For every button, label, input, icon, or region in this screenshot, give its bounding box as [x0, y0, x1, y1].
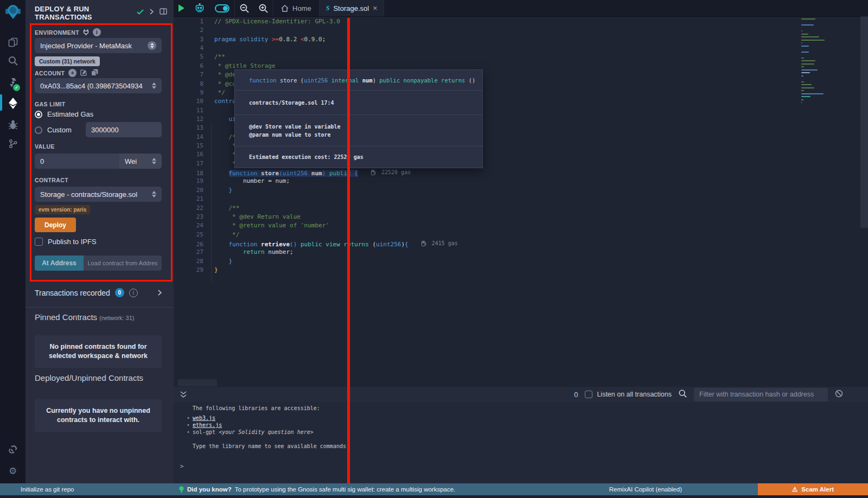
status-bar: Initialize as git repo Did you know? To …	[0, 483, 868, 495]
deploy-and-run-icon[interactable]	[0, 94, 25, 112]
close-tab-icon[interactable]: ×	[373, 4, 377, 12]
at-address-row: At Address Load contract from Addres	[35, 256, 162, 271]
listen-all-transactions[interactable]: Listen on all transactions	[585, 391, 672, 398]
zoom-in-button[interactable]	[254, 0, 273, 16]
debugger-icon[interactable]	[0, 116, 25, 133]
terminal-prompt[interactable]: >	[180, 463, 184, 470]
value-input[interactable]: 0	[35, 154, 119, 169]
deploy-run-panel: DEPLOY & RUN TRANSACTIONS ENVIRONMENT i	[25, 0, 174, 483]
environment-stepper-icon	[148, 41, 156, 50]
value-amount: 0	[40, 157, 44, 165]
terminal-link-web3[interactable]: web3.js	[193, 415, 215, 421]
at-address-input[interactable]: Load contract from Addres	[84, 256, 162, 271]
code-line: 20 }	[174, 186, 868, 195]
compile-success-badge: ✓	[12, 83, 21, 92]
remix-logo-icon[interactable]	[0, 3, 25, 21]
home-tab-label: Home	[292, 4, 311, 12]
gas-estimate-badge: 2415 gas	[422, 239, 458, 248]
account-label: ACCOUNT	[35, 70, 65, 76]
code-line: 1// SPDX-License-Identifier: GPL-3.0	[174, 17, 868, 26]
did-you-know-tip: Did you know? To prototype using the Gno…	[179, 483, 455, 495]
copilot-status[interactable]: RemixAI Copilot (enabled)	[609, 486, 682, 493]
environment-label-row: ENVIRONMENT i	[35, 28, 101, 36]
icon-rail: ✓	[0, 0, 26, 483]
zoom-out-icon	[240, 4, 249, 13]
transactions-info-icon[interactable]: i	[129, 289, 138, 297]
deploy-button[interactable]: Deploy	[35, 218, 76, 232]
tab-storage-sol[interactable]: S Storage.sol ×	[320, 0, 384, 16]
expand-terminal-icon[interactable]	[180, 391, 187, 398]
publish-to-ipfs-row[interactable]: Publish to IPFS	[35, 238, 97, 246]
solidity-file-icon: S	[326, 4, 330, 12]
remix-ai-button[interactable]	[189, 0, 210, 16]
scam-alert-button[interactable]: ⚠ Scam Alert	[758, 483, 868, 495]
value-unit-select[interactable]: Wei	[119, 154, 162, 169]
scam-alert-label: Scam Alert	[801, 486, 834, 493]
terminal-outro: Type the library name to see available c…	[193, 443, 349, 449]
copy-account-icon[interactable]	[91, 69, 98, 77]
tab-home[interactable]: Home	[273, 0, 319, 16]
zoom-in-icon	[259, 4, 268, 13]
run-script-button[interactable]	[174, 0, 189, 16]
editor-scrollbar[interactable]	[860, 16, 868, 228]
publish-ipfs-checkbox[interactable]	[35, 238, 43, 246]
tooltip-gas-estimate: Estimated execution cost: 22520 gas	[235, 146, 482, 168]
compiled-check-icon	[137, 7, 144, 17]
search-icon[interactable]	[0, 52, 25, 69]
estimated-gas-radio[interactable]	[35, 111, 42, 118]
ai-copilot-toggle[interactable]	[210, 0, 234, 16]
account-stepper-icon	[152, 82, 156, 89]
terminal-intro: The following libraries are accessible:	[193, 405, 320, 411]
pin-panel-icon[interactable]	[159, 7, 167, 17]
tooltip-docs: @dev Store value in variable @param num …	[235, 115, 482, 146]
account-label-row: ACCOUNT +	[35, 69, 98, 77]
minimap[interactable]	[801, 18, 838, 105]
git-init-status[interactable]: Initialize as git repo	[21, 483, 74, 495]
environment-select[interactable]: Injected Provider - MetaMask	[35, 38, 162, 53]
code-line: 22 /**	[174, 204, 868, 213]
at-address-button[interactable]: At Address	[35, 256, 84, 271]
play-icon	[178, 4, 184, 12]
bottom-strip	[0, 495, 868, 498]
transactions-recorded-label: Transactions recorded	[35, 289, 110, 297]
contract-select[interactable]: Storage - contracts/Storage.sol	[35, 187, 162, 202]
file-explorer-icon[interactable]	[0, 34, 25, 51]
custom-gas-radio[interactable]	[35, 126, 42, 134]
clear-terminal-icon[interactable]	[835, 390, 843, 400]
transactions-expand-icon[interactable]	[158, 289, 162, 297]
transactions-recorded-row: Transactions recorded 0 i	[35, 288, 162, 297]
editor-hscrollbar[interactable]	[178, 379, 217, 386]
evm-version-badge: evm version: paris	[35, 205, 90, 214]
code-line: 5/**	[174, 53, 868, 61]
network-badge: Custom (31) network	[35, 56, 100, 66]
gas-limit-label: GAS LIMIT	[35, 101, 66, 107]
forward-chevron-icon[interactable]	[150, 7, 154, 17]
listen-checkbox[interactable]	[585, 391, 592, 398]
custom-gas-input[interactable]: 3000000	[86, 122, 162, 137]
estimated-gas-option[interactable]: Estimated Gas	[35, 110, 93, 118]
account-select[interactable]: 0xA03...85ac4 (0.398673504934	[35, 78, 162, 93]
add-account-icon[interactable]: +	[68, 69, 76, 77]
settings-gear-icon[interactable]: ⚙	[0, 462, 25, 480]
git-icon[interactable]	[0, 135, 25, 152]
code-line: 26 function retrieve() public view retur…	[174, 239, 868, 248]
function-hover-tooltip: function store (uint256 internal num) pu…	[234, 69, 483, 168]
plug-icon[interactable]	[83, 29, 89, 36]
custom-gas-option[interactable]: Custom	[35, 126, 72, 134]
solidity-compiler-icon[interactable]: ✓	[0, 74, 25, 91]
sign-message-icon[interactable]	[80, 69, 87, 77]
plugin-manager-icon[interactable]	[0, 440, 25, 458]
terminal-output[interactable]: The following libraries are accessible: …	[174, 402, 868, 483]
terminal-link-ethers[interactable]: ethers.js	[193, 422, 222, 428]
zoom-out-button[interactable]	[235, 0, 254, 16]
code-line: 2	[174, 26, 868, 35]
unpinned-contracts-heading: Deployed/Unpinned Contracts	[35, 373, 143, 382]
code-line: 4	[174, 44, 868, 53]
gas-estimate-badge: 22520 gas	[371, 168, 411, 177]
pinned-contracts-heading: Pinned Contracts (network: 31)	[35, 312, 134, 322]
remix-ide-window: ✓	[0, 0, 868, 498]
value-unit: Wei	[125, 157, 137, 165]
transaction-filter-input[interactable]	[694, 388, 828, 401]
publish-ipfs-label: Publish to IPFS	[48, 238, 97, 246]
environment-info-icon[interactable]: i	[93, 28, 101, 36]
